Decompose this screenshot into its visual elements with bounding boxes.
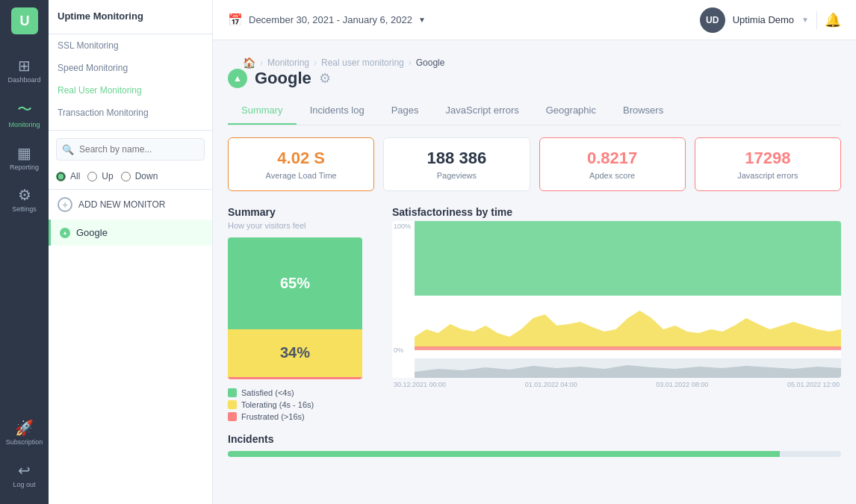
summary-title: Summary bbox=[228, 206, 377, 218]
sidebar-item-dashboard[interactable]: ⊞ Dashboard bbox=[0, 49, 49, 92]
filter-all-radio[interactable] bbox=[56, 172, 66, 181]
home-icon[interactable]: 🏠 bbox=[243, 57, 255, 69]
nav-ssl-monitoring[interactable]: SSL Monitoring bbox=[49, 34, 212, 57]
add-icon: + bbox=[58, 197, 72, 212]
incidents-bar-fill bbox=[228, 451, 780, 457]
filter-up-radio[interactable] bbox=[87, 172, 97, 181]
tab-summary[interactable]: Summary bbox=[228, 97, 297, 125]
search-input[interactable] bbox=[56, 138, 205, 161]
tab-pages[interactable]: Pages bbox=[378, 97, 432, 125]
calendar-icon: 📅 bbox=[228, 13, 243, 27]
metric-value-load-time: 4.02 S bbox=[241, 149, 362, 168]
legend-satisfied: Satisfied (<4s) bbox=[228, 388, 377, 397]
chart-y-axis: 100% 0% bbox=[392, 221, 412, 355]
reporting-icon: ▦ bbox=[17, 144, 31, 162]
filter-up-label: Up bbox=[102, 171, 113, 181]
summary-subtitle: How your visitors feel bbox=[228, 221, 377, 230]
nav-transaction-monitoring[interactable]: Transaction Monitoring bbox=[49, 102, 212, 124]
sidebar-item-label: Monitoring bbox=[8, 121, 40, 129]
metric-label-js-errors: Javascript errors bbox=[707, 171, 828, 180]
sidebar-item-monitoring[interactable]: 〜 Monitoring bbox=[0, 92, 49, 137]
topbar-right: UD Uptimia Demo ▼ 🔔 bbox=[700, 7, 841, 33]
legend-frustrated: Frustrated (>16s) bbox=[228, 412, 377, 421]
page-header: ▲ Google ⚙ bbox=[228, 69, 841, 88]
bar-tolerating: 34% bbox=[228, 329, 362, 377]
tab-javascript-errors[interactable]: JavaScript errors bbox=[432, 97, 533, 125]
filter-up[interactable]: Up bbox=[87, 171, 113, 181]
user-name[interactable]: Uptimia Demo bbox=[733, 14, 794, 25]
sidebar-item-label: Reporting bbox=[10, 164, 39, 172]
gear-icon[interactable]: ⚙ bbox=[319, 70, 331, 87]
monitor-search-box: 🔍 bbox=[49, 131, 212, 168]
sidebar-item-label: Dashboard bbox=[7, 76, 40, 84]
breadcrumb-current: Google bbox=[416, 57, 445, 68]
sat-title: Satisfactoriness by time bbox=[392, 206, 841, 218]
left-panel-header: Uptime Monitoring bbox=[49, 0, 212, 34]
monitor-status-dot bbox=[60, 228, 70, 238]
breadcrumb-sep: › bbox=[260, 57, 263, 68]
sidebar-item-logout[interactable]: ↩ Log out bbox=[0, 454, 49, 497]
sidebar-item-reporting[interactable]: ▦ Reporting bbox=[0, 137, 49, 179]
legend-label-tolerating: Tolerating (4s - 16s) bbox=[241, 400, 314, 409]
add-monitor-button[interactable]: + ADD NEW MONITOR bbox=[49, 189, 212, 220]
legend-dot-tolerating bbox=[228, 400, 237, 409]
filter-all[interactable]: All bbox=[56, 171, 80, 181]
monitoring-icon: 〜 bbox=[17, 99, 32, 119]
incidents-bar bbox=[228, 451, 841, 457]
left-panel: Uptime Monitoring SSL Monitoring Speed M… bbox=[49, 0, 213, 504]
minimap-svg bbox=[415, 358, 841, 378]
breadcrumb-sep: › bbox=[314, 57, 317, 68]
svg-rect-2 bbox=[415, 346, 841, 350]
metric-label-pageviews: Pageviews bbox=[396, 171, 517, 180]
x-label-1: 01.01.2022 04:00 bbox=[525, 381, 577, 388]
tabs: Summary Incidents log Pages JavaScript e… bbox=[228, 97, 841, 125]
metric-card-pageviews: 188 386 Pageviews bbox=[383, 137, 530, 191]
breadcrumb-sep: › bbox=[409, 57, 412, 68]
incidents-title: Incidents bbox=[228, 433, 841, 445]
tab-incidents-log[interactable]: Incidents log bbox=[297, 97, 378, 125]
breadcrumb-monitoring[interactable]: Monitoring bbox=[267, 57, 309, 68]
charts-row: Summary How your visitors feel 65% 34% S… bbox=[228, 206, 841, 421]
chart-minimap[interactable] bbox=[415, 358, 841, 378]
page-title: Google bbox=[255, 69, 311, 88]
metric-label-apdex: Apdex score bbox=[552, 171, 673, 180]
filter-down-radio[interactable] bbox=[121, 172, 131, 181]
sidebar-item-label: Subscription bbox=[6, 438, 43, 447]
legend-label-satisfied: Satisfied (<4s) bbox=[241, 388, 294, 397]
filter-down[interactable]: Down bbox=[121, 171, 158, 181]
sidebar-item-subscription[interactable]: 🚀 Subscription bbox=[0, 411, 49, 454]
filter-row: All Up Down bbox=[49, 168, 212, 189]
subscription-icon: 🚀 bbox=[15, 419, 34, 437]
breadcrumb-rum[interactable]: Real user monitoring bbox=[321, 57, 404, 68]
left-nav: SSL Monitoring Speed Monitoring Real Use… bbox=[49, 34, 212, 124]
avatar: UD bbox=[700, 7, 725, 33]
legend-dot-frustrated bbox=[228, 412, 237, 421]
stacked-bar: 65% 34% bbox=[228, 237, 362, 379]
sidebar-logo: U bbox=[11, 7, 38, 34]
incidents-section: Incidents bbox=[228, 433, 841, 457]
filter-all-label: All bbox=[70, 171, 80, 181]
nav-speed-monitoring[interactable]: Speed Monitoring bbox=[49, 57, 212, 79]
monitor-name: Google bbox=[76, 227, 108, 238]
sidebar-item-label: Settings bbox=[12, 205, 37, 214]
legend-dot-satisfied bbox=[228, 388, 237, 397]
nav-real-user-monitoring[interactable]: Real User Monitoring bbox=[49, 79, 212, 102]
bell-icon[interactable]: 🔔 bbox=[825, 12, 841, 28]
divider bbox=[816, 11, 817, 29]
date-range[interactable]: 📅 December 30, 2021 - January 6, 2022 ▼ bbox=[228, 13, 426, 27]
chevron-down-icon: ▼ bbox=[418, 16, 426, 24]
legend-label-frustrated: Frustrated (>16s) bbox=[241, 412, 305, 421]
bar-frustrated bbox=[228, 377, 362, 379]
tab-geographic[interactable]: Geographic bbox=[533, 97, 610, 125]
settings-icon: ⚙ bbox=[18, 186, 31, 204]
legend-tolerating: Tolerating (4s - 16s) bbox=[228, 400, 377, 409]
left-panel-title: Uptime Monitoring bbox=[58, 10, 203, 22]
metric-value-js-errors: 17298 bbox=[707, 149, 828, 168]
satisfactoriness-chart: 100% 0% bbox=[392, 221, 841, 378]
monitor-google[interactable]: Google bbox=[49, 220, 212, 246]
tab-browsers[interactable]: Browsers bbox=[610, 97, 677, 125]
metric-cards: 4.02 S Average Load Time 188 386 Pagevie… bbox=[228, 137, 841, 191]
sidebar-item-settings[interactable]: ⚙ Settings bbox=[0, 178, 49, 221]
y-label-bottom: 0% bbox=[394, 346, 411, 354]
x-label-2: 03.01.2022 08:00 bbox=[656, 381, 708, 388]
